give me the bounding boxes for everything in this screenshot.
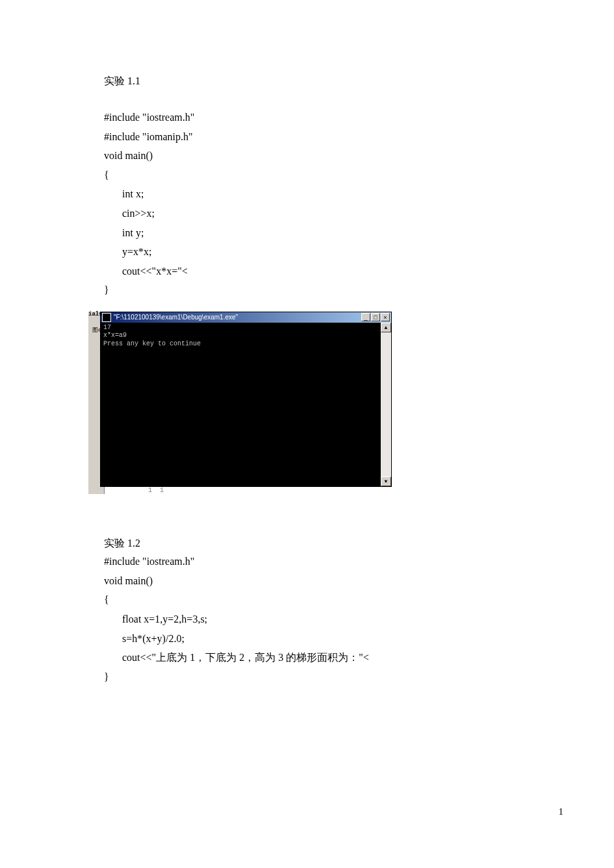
console-window: "F:\1102100139\exam1\Debug\exam1.exe" _ … bbox=[100, 312, 392, 487]
section-2: 实验 1.2 #include "iostream.h" void main()… bbox=[104, 534, 549, 686]
code-line: cin>>x; bbox=[104, 204, 549, 223]
code-line: int y; bbox=[104, 223, 549, 243]
console-output: 17 x*x=a9 Press any key to continue bbox=[101, 323, 381, 486]
console-screenshot: ials 图e: "F:\1102100139\exam1\Debug\exam… bbox=[96, 312, 392, 494]
code-line: { bbox=[104, 590, 549, 610]
code-block-1: #include "iostream.h" #include "iomanip.… bbox=[104, 108, 549, 300]
code-line: int x; bbox=[104, 184, 549, 204]
maximize-button[interactable]: □ bbox=[371, 313, 380, 321]
terminal-icon bbox=[102, 313, 111, 322]
vertical-scrollbar[interactable]: ▲ ▼ bbox=[381, 323, 391, 486]
code-line: cout<<"x*x="< bbox=[104, 262, 549, 281]
output-line: Press any key to continue bbox=[103, 340, 201, 347]
code-line: #include "iostream.h" bbox=[104, 552, 549, 571]
code-line: void main() bbox=[104, 146, 549, 166]
scroll-track[interactable] bbox=[381, 332, 391, 477]
section-1-title: 实验 1.1 bbox=[104, 75, 549, 88]
console-title: "F:\1102100139\exam1\Debug\exam1.exe" bbox=[114, 314, 361, 321]
minimize-button[interactable]: _ bbox=[361, 313, 370, 321]
console-titlebar: "F:\1102100139\exam1\Debug\exam1.exe" _ … bbox=[101, 312, 391, 323]
page-number: 1 bbox=[559, 806, 564, 817]
code-line: s=h*(x+y)/2.0; bbox=[104, 629, 549, 649]
console-body: 17 x*x=a9 Press any key to continue ▲ ▼ bbox=[101, 323, 391, 486]
section-2-title: 实验 1.2 bbox=[104, 534, 549, 552]
code-line: float x=1,y=2,h=3,s; bbox=[104, 610, 549, 629]
code-line: { bbox=[104, 166, 549, 185]
gutter-text: 图e: bbox=[92, 326, 105, 334]
scroll-up-button[interactable]: ▲ bbox=[381, 323, 391, 332]
window-controls: _ □ × bbox=[361, 313, 390, 321]
code-line: } bbox=[104, 280, 549, 300]
code-line: #include "iomanip.h" bbox=[104, 127, 549, 147]
code-line: cout<<"上底为 1，下底为 2，高为 3 的梯形面积为："< bbox=[104, 648, 549, 667]
code-line: y=x*x; bbox=[104, 242, 549, 262]
bottom-mark: 1 1 bbox=[96, 487, 392, 494]
output-line: x*x=a9 bbox=[103, 332, 127, 339]
code-line: #include "iostream.h" bbox=[104, 108, 549, 127]
code-line: void main() bbox=[104, 571, 549, 591]
close-button[interactable]: × bbox=[381, 313, 390, 321]
ide-tab-fragment: ials bbox=[88, 311, 103, 317]
scroll-down-button[interactable]: ▼ bbox=[381, 477, 391, 486]
code-block-2: #include "iostream.h" void main() { floa… bbox=[104, 552, 549, 686]
document-page: 实验 1.1 #include "iostream.h" #include "i… bbox=[0, 0, 614, 868]
code-line: } bbox=[104, 667, 549, 687]
